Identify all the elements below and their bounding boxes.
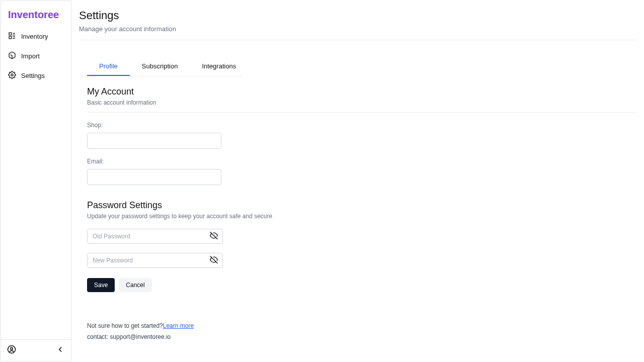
toggle-new-password-visibility[interactable] <box>209 255 219 266</box>
section-title: Password Settings <box>87 200 637 211</box>
sidebar-item-import[interactable]: Import <box>1 46 71 66</box>
dashboard-icon <box>8 32 16 41</box>
cancel-button[interactable]: Cancel <box>119 278 151 292</box>
divider <box>87 112 637 113</box>
learn-more-link[interactable]: Learn more <box>163 322 194 329</box>
shop-label: Shop: <box>87 122 637 129</box>
email-field: Email: <box>87 158 637 185</box>
sidebar-item-inventory[interactable]: Inventory <box>1 27 71 46</box>
app-logo: Inventoree <box>1 1 71 27</box>
tabs: Profile Subscription Integrations <box>87 57 243 76</box>
gear-icon <box>8 71 16 80</box>
new-password-input[interactable] <box>87 253 223 268</box>
email-label: Email: <box>87 158 637 165</box>
sidebar-footer <box>1 339 71 361</box>
import-icon <box>8 51 16 61</box>
page-title: Settings <box>79 9 637 22</box>
section-description: Basic account information <box>87 99 637 106</box>
tab-integrations[interactable]: Integrations <box>190 57 248 76</box>
chevron-left-icon[interactable] <box>56 345 65 356</box>
password-section: Password Settings Update your password s… <box>87 200 637 220</box>
tab-profile[interactable]: Profile <box>87 57 130 76</box>
old-password-input[interactable] <box>87 229 223 244</box>
svg-point-6 <box>11 74 13 76</box>
old-password-field <box>87 229 223 244</box>
help-text: Not sure how to get started?Learn more <box>87 322 637 329</box>
new-password-field <box>87 253 223 268</box>
page-subtitle: Manage your account information <box>79 25 637 33</box>
section-description: Update your password settings to keep yo… <box>87 213 637 220</box>
button-row: Save Cancel <box>87 278 637 292</box>
footer: Not sure how to get started?Learn more c… <box>87 322 637 340</box>
account-section: My Account Basic account information <box>87 86 637 113</box>
eye-off-icon <box>210 232 218 241</box>
svg-rect-1 <box>9 36 12 39</box>
main-content: Settings Manage your account information… <box>72 0 644 362</box>
shop-input[interactable] <box>87 133 221 149</box>
save-button[interactable]: Save <box>87 278 115 292</box>
shop-field: Shop: <box>87 122 637 149</box>
svg-rect-0 <box>9 33 12 35</box>
email-input[interactable] <box>87 169 221 185</box>
sidebar-item-label: Inventory <box>21 33 48 40</box>
user-icon[interactable] <box>7 345 16 356</box>
sidebar-item-label: Import <box>21 52 40 60</box>
sidebar: Inventoree Inventory <box>1 1 71 361</box>
sidebar-item-label: Settings <box>21 72 45 79</box>
section-title: My Account <box>87 86 637 97</box>
divider <box>79 40 637 40</box>
sidebar-item-settings[interactable]: Settings <box>1 66 71 85</box>
toggle-old-password-visibility[interactable] <box>209 231 219 242</box>
tab-subscription[interactable]: Subscription <box>130 57 190 76</box>
contact-text: contact: support@inventoree.io <box>87 333 637 340</box>
eye-off-icon <box>210 256 218 265</box>
svg-point-8 <box>11 347 13 350</box>
